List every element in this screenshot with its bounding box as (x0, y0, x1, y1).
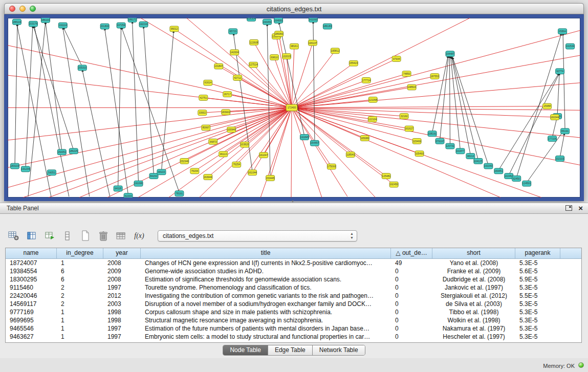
graph-node[interactable]: 161047 (259, 152, 268, 158)
graph-node[interactable]: 102103 (556, 156, 564, 162)
graph-node[interactable]: 196137 (308, 40, 317, 46)
graph-node[interactable]: 191534 (566, 43, 575, 49)
graph-node[interactable]: 108191 (428, 131, 437, 137)
table-row[interactable]: 1938455462009Genome-wide association stu… (6, 267, 581, 275)
graph-node[interactable]: 160344 (551, 115, 559, 120)
tab-edge-table[interactable]: Edge Table (268, 345, 313, 355)
graph-node[interactable]: 98161 (290, 43, 299, 49)
graph-node[interactable]: 175093 (327, 164, 336, 169)
graph-node[interactable]: 191096 (134, 181, 143, 186)
graph-node[interactable]: 201800 (100, 24, 109, 29)
graph-node[interactable]: 186225 (69, 148, 78, 154)
graph-node[interactable]: 186960 (275, 31, 284, 37)
graph-node[interactable]: 96012 (170, 26, 179, 32)
graph-node[interactable]: 192450 (389, 182, 398, 187)
graph-node[interactable]: 32160 (400, 114, 408, 119)
graph-node[interactable]: 100949 (227, 127, 236, 133)
graph-node[interactable]: 52203 (124, 193, 133, 198)
graph-node[interactable]: 205310 (78, 65, 86, 71)
graph-node[interactable]: 186100 (41, 18, 50, 23)
graph-node[interactable]: 92774 (556, 69, 564, 74)
table-row[interactable]: 946362711997Embryonic stem cells: a mode… (6, 333, 581, 341)
graph-node[interactable]: 36873 (209, 139, 217, 144)
graph-node[interactable]: 59051 (47, 170, 56, 176)
graph-node[interactable]: 148503 (407, 84, 416, 90)
table-row[interactable]: 911546021997Tourette syndrome. Phenomeno… (6, 283, 581, 292)
graph-node[interactable]: 132015 (282, 54, 291, 59)
graph-node[interactable]: 33902 (198, 110, 207, 116)
graph-node[interactable]: 191114 (58, 23, 67, 28)
graph-node[interactable]: 679197 (435, 138, 444, 144)
graph-node[interactable]: 183902 (222, 110, 230, 115)
graph-node[interactable]: 68103 (157, 169, 166, 175)
import-table-button[interactable] (43, 229, 56, 243)
graph-node[interactable]: 191043 (484, 163, 493, 169)
row-tools-button[interactable] (61, 229, 74, 243)
graph-node[interactable]: 194487 (446, 51, 454, 57)
column-header-6[interactable]: pagerank (515, 248, 560, 258)
graph-node[interactable]: 76254 (232, 162, 241, 167)
graph-node[interactable]: 86191 (561, 128, 570, 134)
table-row[interactable]: 946554611997Estimation of the future num… (6, 324, 581, 333)
graph-node[interactable]: 177106 (548, 136, 557, 142)
close-panel-icon[interactable]: × (578, 204, 583, 212)
delete-column-button[interactable] (97, 229, 110, 243)
graph-node[interactable]: 166459 (263, 19, 272, 25)
graph-node[interactable]: 161044 (248, 170, 257, 176)
graph-node[interactable]: 186172 (128, 18, 137, 22)
graph-node[interactable]: 124501 (522, 181, 531, 186)
float-panel-icon[interactable] (565, 205, 572, 211)
tab-network-table[interactable]: Network Table (313, 345, 365, 355)
graph-node[interactable]: 155423 (349, 60, 358, 66)
graph-node[interactable]: 191234 (21, 166, 30, 172)
graph-node[interactable]: 121068 (368, 97, 377, 103)
graph-node[interactable]: 78191 (175, 191, 184, 196)
table-row[interactable]: 1830029562008Estimation of significance … (6, 275, 581, 283)
graph-node[interactable]: 94118 (114, 186, 122, 191)
column-header-4[interactable]: △ out_de… (391, 248, 432, 258)
graph-node[interactable]: 161627 (405, 126, 413, 132)
column-header-5[interactable]: short (432, 248, 515, 258)
tab-node-table[interactable]: Node Table (223, 345, 268, 355)
create-column-button[interactable] (79, 229, 92, 243)
graph-node[interactable]: 122608 (250, 39, 258, 45)
memory-status-indicator[interactable] (578, 362, 584, 368)
graph-node[interactable]: 186183 (323, 24, 332, 29)
graph-node[interactable]: 98213 (466, 154, 475, 159)
graph-node[interactable]: 150051 (57, 149, 66, 155)
graph-node[interactable]: 26717 (223, 92, 232, 97)
graph-node[interactable]: 191877 (456, 148, 465, 154)
column-header-0[interactable]: name (6, 248, 57, 258)
graph-node[interactable]: 127514 (249, 62, 258, 68)
graph-node[interactable]: 115469 (412, 138, 421, 144)
graph-node[interactable]: 177714 (362, 78, 371, 83)
graph-node[interactable]: 80997 (202, 125, 210, 130)
import-table-file-button[interactable] (115, 229, 128, 243)
table-row[interactable]: 1872400712008Changes of HCN gene express… (6, 259, 581, 267)
graph-node[interactable]: 74850 (402, 71, 411, 77)
graph-node[interactable]: 191845 (300, 135, 309, 140)
graph-node[interactable]: 161093 (309, 18, 317, 22)
graph-node[interactable]: 192216 (139, 21, 148, 27)
graph-node[interactable]: 154457 (310, 140, 319, 146)
graph-node[interactable]: 131847 (214, 63, 223, 69)
graph-node[interactable]: 187553 (430, 74, 439, 79)
graph-node[interactable]: 69610 (270, 55, 279, 60)
table-row[interactable]: 1456911722003Disruption of a novel membe… (6, 300, 581, 308)
graph-node[interactable]: 91614 (204, 80, 212, 85)
graph-node[interactable]: 104125 (474, 158, 483, 164)
graph-node[interactable]: 92450 (512, 176, 521, 182)
window-titlebar[interactable]: citations_edges.txt (4, 3, 584, 14)
graph-node[interactable]: 122104 (368, 117, 377, 122)
graph-node[interactable]: 105493 (415, 151, 424, 157)
graph-node[interactable]: 165080 (360, 136, 369, 141)
graph-node[interactable]: 164660 (274, 18, 283, 23)
graph-node[interactable]: 97934 (392, 56, 401, 62)
graph-node[interactable]: 103620 (241, 142, 249, 147)
column-header-3[interactable]: title (141, 248, 391, 258)
function-builder-button[interactable]: f(x) (133, 229, 146, 243)
graph-node[interactable]: 84150 (149, 173, 158, 179)
graph-node[interactable]: 95723 (229, 29, 237, 34)
graph-node[interactable]: 152346 (180, 158, 189, 164)
graph-node[interactable]: 163944 (204, 174, 212, 180)
